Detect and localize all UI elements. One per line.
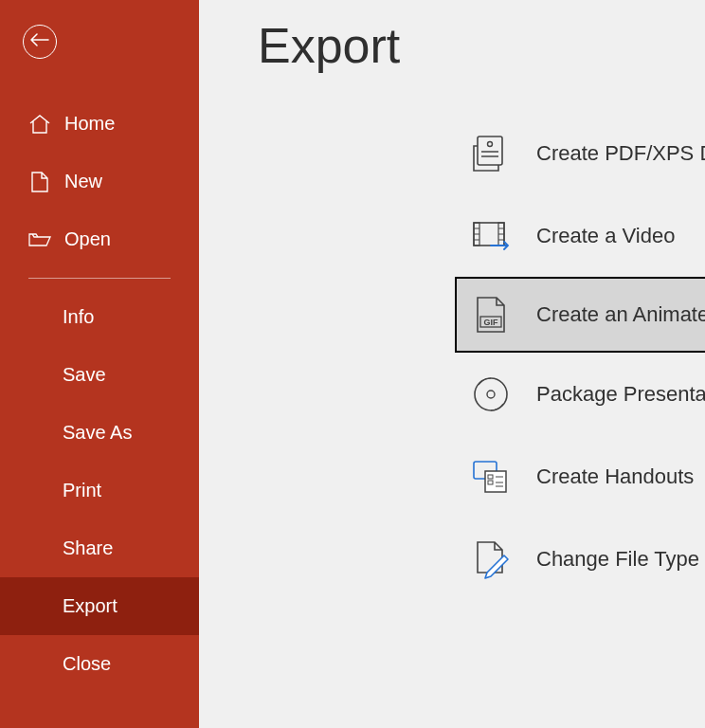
sidebar-item-export[interactable]: Export <box>0 577 199 635</box>
sidebar-item-new[interactable]: New <box>0 153 199 210</box>
option-package-for-cd[interactable]: Package Presentation for CD <box>455 353 705 435</box>
new-file-icon <box>28 171 51 193</box>
option-label: Package Presentation for CD <box>536 382 705 407</box>
sidebar-item-info[interactable]: Info <box>0 288 199 346</box>
sidebar-item-label: Share <box>63 537 113 559</box>
sidebar-item-label: Open <box>64 228 111 250</box>
option-label: Create Handouts <box>536 464 694 489</box>
option-label: Create PDF/XPS Document <box>536 141 705 166</box>
option-label: Change File Type <box>536 547 699 572</box>
svg-point-8 <box>487 391 495 398</box>
option-create-pdf-xps[interactable]: Create PDF/XPS Document <box>455 112 705 194</box>
sidebar-item-label: Save As <box>63 422 132 444</box>
home-icon <box>28 113 51 136</box>
svg-text:GIF: GIF <box>484 318 499 327</box>
main-panel: Export Create PDF/XPS Document <box>199 0 705 728</box>
sidebar-item-label: New <box>64 171 102 192</box>
option-change-file-type[interactable]: Change File Type <box>455 518 705 600</box>
gif-icon: GIF <box>470 294 512 336</box>
page-title: Export <box>258 17 705 74</box>
folder-open-icon <box>28 228 51 251</box>
sidebar-item-print[interactable]: Print <box>0 462 199 519</box>
svg-point-1 <box>488 141 493 146</box>
change-file-type-icon <box>470 538 512 580</box>
sidebar-item-share[interactable]: Share <box>0 519 199 577</box>
sidebar-separator <box>28 278 171 279</box>
backstage-sidebar: Home New Open Info Save Save As Print Sh… <box>0 0 199 728</box>
sidebar-item-open[interactable]: Open <box>0 210 199 268</box>
sidebar-item-label: Info <box>63 306 94 328</box>
back-arrow-icon <box>30 33 49 50</box>
option-create-handouts[interactable]: Create Handouts <box>455 435 705 518</box>
option-label: Create a Video <box>536 224 675 248</box>
sidebar-item-label: Close <box>63 653 111 675</box>
sidebar-item-save-as[interactable]: Save As <box>0 404 199 462</box>
sidebar-item-close[interactable]: Close <box>0 635 199 693</box>
sidebar-item-label: Save <box>63 364 106 386</box>
back-button[interactable] <box>23 25 57 59</box>
sidebar-item-save[interactable]: Save <box>0 346 199 404</box>
option-create-animated-gif[interactable]: GIF Create an Animated GIF <box>455 277 705 353</box>
pdf-xps-icon <box>470 133 512 174</box>
cd-icon <box>470 373 512 415</box>
sidebar-item-label: Export <box>63 595 118 617</box>
svg-rect-0 <box>478 136 502 165</box>
sidebar-item-label: Print <box>63 480 101 501</box>
sidebar-item-home[interactable]: Home <box>0 95 199 153</box>
sidebar-item-label: Home <box>64 113 115 135</box>
option-label: Create an Animated GIF <box>536 302 705 327</box>
handouts-icon <box>470 456 512 498</box>
option-create-video[interactable]: Create a Video <box>455 194 705 277</box>
video-icon <box>470 215 512 257</box>
